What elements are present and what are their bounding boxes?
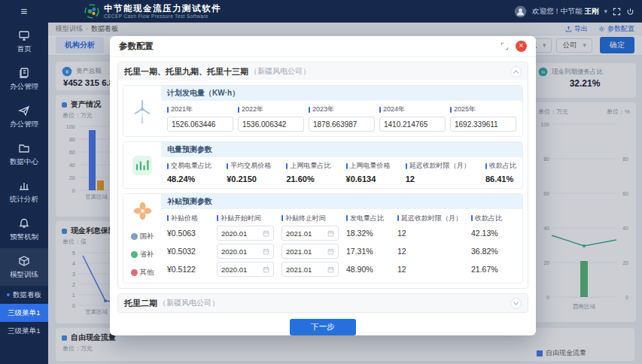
fan-icon — [133, 194, 152, 227]
top-header: ≡ 中节能现金流压力测试软件 CECEP Cash Flow Pressure … — [0, 0, 642, 23]
calendar-icon — [263, 248, 269, 255]
bell-icon — [18, 217, 30, 229]
section-title: 托里二期 — [124, 298, 157, 309]
monitor-icon — [18, 29, 30, 41]
subsidy-collect[interactable]: 36.82% — [471, 242, 515, 260]
calendar-icon — [263, 266, 269, 273]
section-title: 托里一期、托里九期、托里十三期 — [124, 66, 248, 77]
sidebar-item-model-training[interactable]: 模型训练 — [0, 248, 48, 286]
sidebar-item-office-1[interactable]: 办公管理 — [0, 60, 48, 98]
plan-2022-input[interactable] — [238, 117, 304, 132]
power-value[interactable]: 86.41% — [485, 174, 516, 184]
modal-header: 参数配置 × — [110, 36, 536, 57]
expand-button[interactable] — [510, 298, 522, 309]
plan-2021-input[interactable] — [167, 117, 233, 132]
power-field-delay: 延迟收款时限（月） 12 — [406, 161, 470, 184]
bullet-icon — [7, 293, 10, 296]
calendar-icon — [327, 230, 334, 237]
subsidy-start-date-picker[interactable]: 2020.01 — [217, 226, 274, 241]
plan-field-2023: 2023年 — [309, 105, 375, 132]
subsidy-start-date-picker[interactable]: 2020.01 — [217, 244, 274, 259]
subsidy-row-label-other: 其他 — [131, 263, 154, 281]
section-tuoli-2: 托里二期 （新疆风电公司） — [117, 293, 528, 313]
plan-field-2022: 2022年 — [238, 105, 304, 132]
power-field-avg-price: 平均交易价格 ¥0.2150 — [227, 161, 271, 184]
sidebar-item-office-2[interactable]: 办公管理 — [0, 98, 48, 135]
subsidy-group-title: 补贴预测参数 — [161, 194, 522, 209]
subsidy-delay[interactable]: 12 — [397, 224, 468, 242]
sidebar-subitem-level3-1[interactable]: 三级菜单1 — [0, 304, 48, 322]
logout-icon[interactable] — [626, 8, 634, 16]
subsidy-delay[interactable]: 12 — [397, 260, 468, 278]
power-forecast-group: 电量预测参数 交易电量占比 48.24% 平均交易价格 ¥0.2150 — [123, 141, 523, 189]
subsidy-start-date-picker[interactable]: 2020.01 — [217, 262, 274, 277]
sidebar-item-home[interactable]: 首页 — [0, 23, 48, 60]
close-icon[interactable]: × — [516, 41, 527, 52]
power-field-grid-price: 上网电量价格 ¥0.6134 — [346, 161, 391, 184]
sidebar-subitem-dashboard[interactable]: 数据看板 — [0, 286, 48, 304]
subsidy-collect[interactable]: 42.13% — [471, 224, 515, 242]
subsidy-end-date-picker[interactable]: 2021.01 — [281, 244, 339, 259]
modal-body: 托里一期、托里九期、托里十三期 （新疆风电公司） — [110, 57, 536, 335]
section-tuoli-1: 托里一期、托里九期、托里十三期 （新疆风电公司） — [117, 62, 528, 289]
plan-2023-input[interactable] — [309, 117, 375, 132]
sidebar-item-warning[interactable]: 预警机制 — [0, 211, 48, 248]
cube-icon — [18, 255, 30, 267]
subsidy-collect[interactable]: 21.67% — [471, 260, 515, 278]
app-subtitle: CECEP Cash Flow Pressure Test Software — [104, 14, 221, 20]
plan-field-2024: 2024年 — [379, 105, 446, 132]
subsidy-ratio[interactable]: 48.90% — [346, 260, 394, 278]
subsidy-price[interactable]: ¥0.5032 — [167, 242, 214, 260]
power-value[interactable]: 48.24% — [167, 174, 211, 184]
planned-generation-group: 计划发电量（KW·h） 2021年 2022年 — [123, 85, 523, 137]
plan-2024-input[interactable] — [379, 117, 446, 132]
documents-icon — [18, 67, 30, 79]
resize-icon[interactable] — [501, 42, 509, 50]
param-config-modal: 参数配置 × 托里一期、托里九期、托里十三期 （新疆风电公司） — [110, 36, 536, 335]
sidebar-subitem-level3-2[interactable]: 三级菜单1 — [0, 322, 48, 340]
subsidy-price[interactable]: ¥0.5063 — [167, 224, 214, 242]
other-subsidy-icon — [131, 269, 138, 276]
folder-icon — [18, 142, 30, 154]
subsidy-row-label-national: 国补 — [131, 227, 154, 245]
power-field-trade-ratio: 交易电量占比 48.24% — [167, 161, 211, 184]
sidebar-item-statistics[interactable]: 统计分析 — [0, 173, 48, 211]
send-icon — [18, 105, 30, 117]
subsidy-ratio[interactable]: 18.32% — [346, 224, 394, 242]
subsidy-ratio[interactable]: 17.31% — [346, 242, 394, 260]
wind-turbine-icon — [123, 86, 161, 136]
subsidy-row-label-provincial: 省补 — [131, 245, 154, 263]
subsidy-delay[interactable]: 12 — [397, 242, 468, 260]
power-value[interactable]: 21.60% — [286, 174, 330, 184]
power-group-title: 电量预测参数 — [161, 142, 522, 157]
subsidy-end-date-picker[interactable]: 2021.01 — [281, 262, 339, 277]
power-value[interactable]: ¥0.2150 — [227, 174, 271, 184]
sidebar: 首页 办公管理 办公管理 数据中心 统计分析 预警机制 模型训练 数据看板 — [0, 23, 48, 364]
subsidy-price[interactable]: ¥0.5122 — [167, 260, 214, 278]
power-field-collect-ratio: 收款占比 86.41% — [485, 161, 516, 184]
calendar-icon — [327, 266, 334, 273]
bar-chart-icon — [18, 180, 30, 192]
national-subsidy-icon — [131, 233, 138, 240]
fullscreen-icon[interactable] — [613, 8, 621, 16]
section-company: （新疆风电公司） — [250, 66, 310, 77]
subsidy-end-date-picker[interactable]: 2021.01 — [281, 226, 339, 241]
power-value[interactable]: 12 — [406, 174, 470, 184]
sidebar-item-datacenter[interactable]: 数据中心 — [0, 135, 48, 173]
plan-field-2021: 2021年 — [167, 105, 233, 132]
app-logo-icon — [84, 4, 99, 19]
section-company: （新疆风电公司） — [159, 298, 219, 308]
app-title: 中节能现金流压力测试软件 — [104, 4, 221, 14]
welcome-text: 欢迎您！中节能王刚 — [532, 7, 599, 17]
avatar[interactable] — [514, 5, 527, 18]
app-root: ≡ 中节能现金流压力测试软件 CECEP Cash Flow Pressure … — [0, 0, 642, 364]
subsidy-forecast-group: 国补 省补 其他 补贴预测参数 — [123, 193, 523, 284]
power-value[interactable]: ¥0.6134 — [346, 174, 391, 184]
plan-2025-input[interactable] — [450, 117, 516, 132]
power-field-grid-ratio: 上网电量占比 21.60% — [286, 161, 330, 184]
menu-toggle-icon[interactable]: ≡ — [0, 0, 48, 23]
next-step-button[interactable]: 下一步 — [290, 319, 356, 335]
collapse-button[interactable] — [510, 66, 522, 77]
user-menu-caret-icon[interactable]: ▾ — [604, 8, 607, 15]
plan-group-title: 计划发电量（KW·h） — [161, 86, 522, 101]
